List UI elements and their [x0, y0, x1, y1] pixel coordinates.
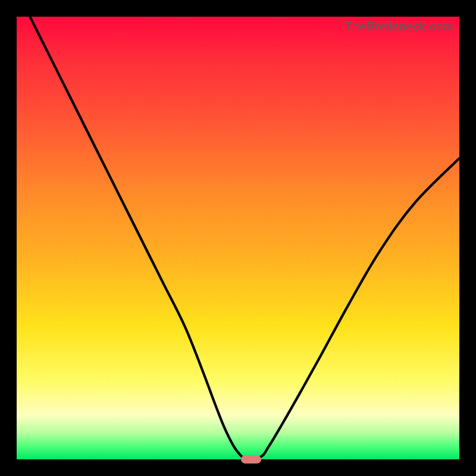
- chart-frame: TheBottleneck.com: [0, 0, 476, 476]
- plot-area: TheBottleneck.com: [17, 17, 459, 459]
- bottleneck-curve: [17, 17, 459, 459]
- min-marker-pill: [241, 455, 261, 464]
- curve-path: [30, 17, 459, 458]
